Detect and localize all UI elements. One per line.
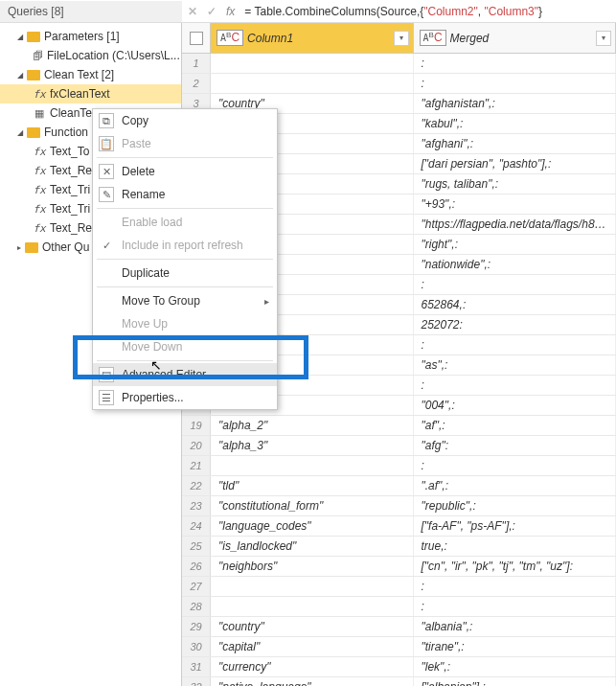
table-row[interactable]: 29 "country" "albania",: [182,617,616,637]
table-row[interactable]: 20 "alpha_3" "afg": [182,436,616,456]
cell-merged[interactable]: "nationwide",: [414,255,617,274]
tree-group[interactable]: ◢Parameters [1] [0,27,181,46]
menu-item-copy[interactable]: ⧉Copy [93,109,277,132]
table-row[interactable]: 32 "native_language" ["albanian"],: [182,677,616,686]
row-number[interactable]: 1 [182,54,211,73]
menu-item-move-to-group[interactable]: Move To Group▸ [93,289,277,312]
row-number[interactable]: 24 [182,516,211,536]
row-number[interactable]: 21 [182,456,211,475]
cell-merged[interactable]: : [414,376,617,395]
cell-merged[interactable]: "rugs, taliban",: [414,174,617,194]
tree-group[interactable]: ◢Clean Text [2] [0,65,181,84]
row-number[interactable]: 30 [182,637,211,656]
cell-column1[interactable] [211,577,414,596]
cell-column1[interactable] [211,54,414,73]
menu-item-advanced-editor[interactable]: ▤Advanced Editor [93,363,277,386]
formula-text[interactable]: = Table.CombineColumns(Source,{"Column2"… [244,4,542,18]
row-number[interactable]: 29 [182,617,211,636]
row-number[interactable]: 32 [182,677,211,686]
menu-item-rename[interactable]: ✎Rename [93,183,277,206]
table-row[interactable]: 19 "alpha_2" "af",: [182,416,616,436]
cell-merged[interactable]: "kabul",: [414,114,617,133]
cell-column1[interactable]: "country" [211,617,414,636]
cancel-formula-icon[interactable]: ✕ [188,5,197,18]
tree-item[interactable]: fxfxCleanText [0,84,181,103]
cell-merged[interactable]: ["dari persian", "pashto"],: [414,154,617,173]
table-row[interactable]: 21 : [182,456,616,476]
cell-merged[interactable]: 652864,: [414,295,617,314]
cell-merged[interactable]: true,: [414,537,617,556]
table-row[interactable]: 28 : [182,597,616,617]
table-row[interactable]: 1 : [182,54,616,74]
cell-merged[interactable]: "tirane",: [414,637,617,656]
table-row[interactable]: 30 "capital" "tirane",: [182,637,616,657]
row-number[interactable]: 22 [182,476,211,495]
cell-merged[interactable]: "as",: [414,355,617,375]
cell-merged[interactable]: "af",: [414,416,617,435]
cell-merged[interactable]: : [414,335,617,354]
cell-column1[interactable] [211,597,414,616]
cell-column1[interactable] [211,74,414,93]
commit-formula-icon[interactable]: ✓ [207,5,217,18]
cell-merged[interactable]: ["cn", "ir", "pk", "tj", "tm", "uz"]: [414,557,617,576]
row-number[interactable]: 25 [182,537,211,556]
cell-merged[interactable]: "+93",: [414,194,617,214]
row-number[interactable]: 31 [182,657,211,676]
table-row[interactable]: 26 "neighbors" ["cn", "ir", "pk", "tj", … [182,557,616,577]
table-row[interactable]: 23 "constitutional_form" "republic",: [182,496,616,516]
cell-merged[interactable]: "right",: [414,235,617,254]
row-number[interactable]: 27 [182,577,211,596]
row-number[interactable]: 2 [182,74,211,93]
table-corner[interactable] [182,23,211,53]
row-number[interactable]: 28 [182,597,211,616]
cell-merged[interactable]: : [414,597,617,616]
row-number[interactable]: 19 [182,416,211,435]
cell-merged[interactable]: "albania",: [414,617,617,636]
cell-merged[interactable]: : [414,74,617,93]
cell-column1[interactable]: "is_landlocked" [211,537,414,556]
menu-item-properties[interactable]: ☰Properties... [93,386,277,409]
cell-column1[interactable]: "native_language" [211,677,414,686]
cell-merged[interactable]: "afg": [414,436,617,455]
cell-merged[interactable]: ["albanian"],: [414,677,617,686]
table-row[interactable]: 27 : [182,577,616,597]
context-menu[interactable]: ⧉Copy📋Paste✕Delete✎RenameEnable load✓Inc… [92,108,278,410]
menu-item-delete[interactable]: ✕Delete [93,160,277,183]
cell-merged[interactable]: "republic",: [414,496,617,515]
table-row[interactable]: 24 "language_codes" ["fa-AF", "ps-AF"],: [182,516,616,537]
column-header-merged[interactable]: ABC Merged ▾ [414,23,617,53]
table-row[interactable]: 31 "currency" "lek",: [182,657,616,677]
cell-merged[interactable]: "afghani",: [414,134,617,153]
cell-column1[interactable]: "alpha_3" [211,436,414,455]
tree-item[interactable]: 🗐FileLocation (C:\Users\L... [0,46,181,65]
cell-merged[interactable]: : [414,54,617,73]
cell-column1[interactable]: "capital" [211,637,414,656]
cell-merged[interactable]: : [414,456,617,475]
cell-column1[interactable] [211,456,414,475]
column-header-column1[interactable]: ABC Column1 ▾ [211,23,414,53]
cell-column1[interactable]: "constitutional_form" [211,496,414,515]
column-filter-button[interactable]: ▾ [394,31,409,46]
cell-column1[interactable]: "currency" [211,657,414,676]
row-number[interactable]: 20 [182,436,211,455]
cell-merged[interactable]: "https://flagpedia.net/data/flags/h80/af… [414,215,617,234]
fx-icon[interactable]: fx [226,5,235,18]
column-filter-button[interactable]: ▾ [596,31,611,46]
table-row[interactable]: 25 "is_landlocked" true,: [182,537,616,557]
cell-merged[interactable]: ".af",: [414,476,617,495]
cell-merged[interactable]: : [414,577,617,596]
row-number[interactable]: 23 [182,496,211,515]
cell-merged[interactable]: "004",: [414,396,617,415]
cell-column1[interactable]: "tld" [211,476,414,495]
table-row[interactable]: 2 : [182,74,616,94]
cell-column1[interactable]: "neighbors" [211,557,414,576]
formula-bar[interactable]: ✕ ✓ fx = Table.CombineColumns(Source,{"C… [182,4,616,18]
table-row[interactable]: 22 "tld" ".af",: [182,476,616,496]
cell-merged[interactable]: : [414,275,617,294]
cell-column1[interactable]: "alpha_2" [211,416,414,435]
cell-merged[interactable]: "lek",: [414,657,617,676]
menu-item-duplicate[interactable]: Duplicate [93,262,277,285]
cell-merged[interactable]: 252072: [414,315,617,334]
cell-column1[interactable]: "language_codes" [211,516,414,536]
cell-merged[interactable]: "afghanistan",: [414,94,617,113]
